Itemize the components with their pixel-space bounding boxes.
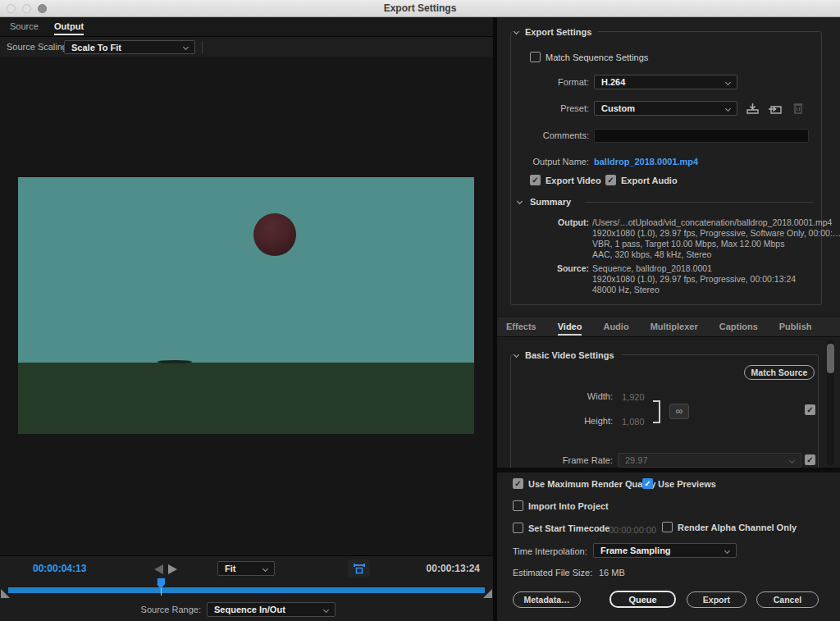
export-settings-title: Export Settings — [525, 27, 591, 37]
settings-panel: Export Settings Match Sequence Settings … — [497, 17, 840, 621]
scrollbar-track[interactable] — [827, 340, 834, 465]
export-button[interactable]: Export — [687, 591, 746, 608]
source-range-dropdown[interactable]: Sequence In/Out — [207, 602, 336, 617]
set-start-timecode-label: Set Start Timecode — [528, 523, 609, 533]
frame-rate-value: 29.97 — [625, 454, 801, 468]
summary-output-label: Output: — [511, 217, 589, 227]
frame-rate-label: Frame Rate: — [497, 453, 613, 468]
link-dimensions-button[interactable]: ∞ — [669, 404, 689, 419]
timeline-track[interactable] — [8, 587, 485, 593]
save-preset-icon — [746, 103, 760, 115]
comments-input[interactable] — [594, 129, 809, 143]
tab-output[interactable]: Output — [54, 21, 84, 35]
timeline-out-handle[interactable] — [483, 589, 492, 598]
checkbox-checked-icon: ✓ — [642, 478, 653, 489]
preview-tab-bar: Source Output — [0, 17, 493, 37]
source-range-value: Sequence In/Out — [214, 603, 335, 617]
preview-ground — [18, 363, 474, 434]
checkbox-checked-icon: ✓ — [805, 454, 815, 465]
render-alpha-checkbox[interactable]: Render Alpha Channel Only — [662, 522, 797, 532]
tab-video[interactable]: Video — [558, 322, 582, 336]
checkbox-icon — [513, 523, 523, 533]
delete-preset-button[interactable] — [792, 102, 804, 115]
collapse-chevron-icon[interactable] — [514, 28, 519, 34]
scrollbar-thumb[interactable] — [827, 344, 834, 373]
tab-publish[interactable]: Publish — [779, 322, 812, 331]
export-video-checkbox[interactable]: ✓ Export Video — [530, 175, 601, 185]
checkbox-checked-icon: ✓ — [513, 478, 523, 489]
import-preset-button[interactable] — [768, 103, 783, 115]
set-in-point-icon[interactable] — [154, 564, 163, 574]
match-source-button[interactable]: Match Source — [744, 365, 815, 380]
summary-line: AAC, 320 kbps, 48 kHz, Stereo — [592, 249, 840, 260]
basic-video-settings-header: Basic Video Settings — [513, 349, 621, 361]
estimated-size-label: Estimated File Size: — [513, 568, 592, 578]
match-sequence-label: Match Sequence Settings — [546, 53, 648, 62]
format-value: H.264 — [601, 75, 737, 89]
crop-output-button[interactable] — [348, 559, 370, 578]
video-frame — [18, 177, 474, 434]
use-previews-checkbox[interactable]: ✓ Use Previews — [642, 478, 716, 489]
cancel-button[interactable]: Cancel — [756, 591, 819, 608]
time-interpolation-value: Frame Sampling — [600, 544, 736, 558]
toolbar-divider — [202, 41, 203, 53]
tab-captions[interactable]: Captions — [719, 322, 758, 331]
video-preview-area — [0, 57, 493, 555]
frame-rate-checkbox[interactable]: ✓ — [805, 454, 815, 465]
checkbox-icon — [662, 522, 673, 532]
tab-audio[interactable]: Audio — [603, 322, 628, 331]
set-out-point-icon[interactable] — [168, 564, 177, 574]
export-audio-checkbox[interactable]: ✓ Export Audio — [605, 175, 678, 185]
set-start-timecode-checkbox[interactable]: Set Start Timecode — [513, 523, 609, 533]
playhead-marker[interactable] — [157, 578, 166, 588]
source-scaling-dropdown[interactable]: Scale To Fit — [64, 40, 195, 54]
source-range-label: Source Range: — [119, 605, 201, 614]
current-timecode[interactable]: 00:00:04:13 — [33, 563, 86, 574]
save-preset-button[interactable] — [746, 103, 760, 115]
format-dropdown[interactable]: H.264 — [594, 75, 737, 89]
transport-bar: 00:00:04:13 Fit 00:00:13:24 — [0, 555, 493, 621]
use-max-render-quality-label: Use Maximum Render Quality — [528, 479, 655, 489]
frame-rate-dropdown[interactable]: 29.97 — [618, 453, 801, 468]
match-sequence-checkbox[interactable]: Match Sequence Settings — [530, 52, 648, 62]
timeline-in-handle[interactable] — [1, 589, 10, 598]
render-alpha-label: Render Alpha Channel Only — [678, 523, 797, 532]
window-title: Export Settings — [0, 2, 840, 14]
trash-icon — [792, 102, 804, 115]
preset-dropdown[interactable]: Custom — [594, 101, 737, 116]
chain-link-icon: ∞ — [676, 405, 683, 417]
checkbox-icon — [530, 52, 541, 62]
summary-line: /Users/…otUpload/vid_concatenation/balld… — [592, 217, 840, 228]
import-into-project-checkbox[interactable]: Import Into Project — [513, 500, 609, 511]
metadata-button[interactable]: Metadata… — [513, 591, 581, 608]
summary-collapse-icon[interactable] — [517, 199, 523, 204]
queue-button[interactable]: Queue — [609, 591, 676, 608]
width-height-checkbox[interactable]: ✓ — [805, 404, 815, 415]
output-name-link[interactable]: balldrop_2018.0001.mp4 — [594, 157, 698, 167]
preview-sky — [18, 177, 474, 363]
collapse-chevron-icon[interactable] — [514, 351, 519, 357]
time-interpolation-dropdown[interactable]: Frame Sampling — [593, 543, 737, 558]
use-max-render-quality-checkbox[interactable]: ✓ Use Maximum Render Quality — [513, 478, 655, 489]
preset-label: Preset: — [511, 101, 589, 116]
source-scaling-label: Source Scaling: — [7, 42, 70, 52]
settings-tab-bar: Effects Video Audio Multiplexer Captions… — [497, 316, 840, 337]
preview-zoom-dropdown[interactable]: Fit — [217, 561, 275, 576]
comments-label: Comments: — [511, 128, 589, 143]
checkbox-checked-icon: ✓ — [605, 175, 616, 185]
export-audio-label: Export Audio — [621, 176, 678, 185]
width-label: Width: — [497, 389, 613, 404]
estimated-size-value: 16 MB — [599, 568, 625, 578]
tab-multiplexer[interactable]: Multiplexer — [651, 322, 698, 331]
preview-ground-mark — [158, 360, 192, 363]
summary-source-lines: Sequence, balldrop_2018.0001 1920x1080 (… — [592, 263, 796, 295]
summary-output-lines: /Users/…otUpload/vid_concatenation/balld… — [592, 217, 840, 260]
tab-effects[interactable]: Effects — [506, 322, 536, 331]
total-timecode: 00:00:13:24 — [414, 563, 480, 574]
basic-video-settings-title: Basic Video Settings — [525, 350, 614, 360]
height-value: 1,080 — [622, 417, 645, 427]
tab-source[interactable]: Source — [10, 21, 39, 31]
output-name-label: Output Name: — [511, 154, 589, 169]
start-timecode-value: 00:00:00:00 — [609, 525, 656, 535]
preview-ball — [253, 213, 296, 256]
